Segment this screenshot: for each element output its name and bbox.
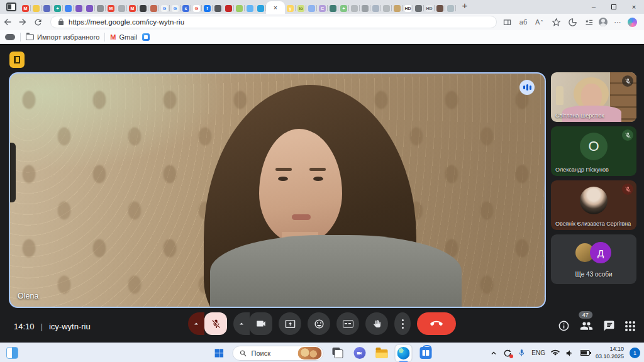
reactions-button[interactable] — [308, 312, 330, 335]
browser-tab[interactable] — [255, 3, 266, 14]
browser-tab[interactable]: M — [106, 3, 116, 14]
new-tab-button[interactable]: + — [458, 0, 471, 13]
camera-button[interactable] — [250, 312, 272, 335]
settings-menu-icon[interactable]: ⋯ — [611, 16, 624, 28]
tray-sync-icon[interactable] — [503, 349, 512, 358]
browser-tab[interactable] — [31, 3, 42, 14]
browser-tab[interactable]: HD — [424, 3, 435, 14]
tray-chevron-icon[interactable] — [490, 349, 497, 357]
browser-tab[interactable]: f — [202, 3, 213, 14]
battery-icon[interactable] — [580, 350, 590, 356]
tray-clock[interactable]: 14:10 03.10.2025 — [596, 346, 624, 360]
bookmark-import-favorites[interactable]: Импорт избранного — [26, 33, 99, 41]
profile-avatar[interactable] — [599, 18, 608, 26]
translate-icon[interactable]: аб — [517, 16, 530, 28]
volume-icon[interactable] — [565, 349, 574, 358]
read-aloud-icon[interactable]: A⌃ — [533, 16, 546, 28]
present-button[interactable] — [279, 312, 301, 335]
language-indicator[interactable]: ENG — [531, 349, 545, 356]
mic-mute-button[interactable] — [204, 312, 227, 335]
browser-tab[interactable] — [435, 3, 445, 14]
sidebar-toggle-icon[interactable] — [5, 34, 15, 40]
browser-tab[interactable] — [116, 3, 127, 14]
browser-tab[interactable]: G — [170, 3, 180, 14]
browser-tab[interactable]: + — [52, 3, 63, 14]
browser-tab[interactable] — [138, 3, 148, 14]
browser-tab[interactable] — [445, 3, 456, 14]
file-explorer-button[interactable] — [374, 345, 390, 361]
participant-tile[interactable]: Світлана Шерстюк — [551, 72, 636, 122]
browser-tab[interactable] — [360, 3, 370, 14]
browser-tab[interactable] — [74, 3, 84, 14]
browser-tab[interactable] — [392, 3, 402, 14]
browser-tab[interactable]: M — [20, 3, 31, 14]
browser-tab[interactable]: y — [285, 3, 296, 14]
browser-tab[interactable] — [370, 3, 381, 14]
active-browser-tab[interactable]: × — [266, 1, 285, 14]
raise-hand-button[interactable] — [365, 312, 388, 335]
app-shortcut-icon[interactable] — [9, 52, 25, 68]
activities-button[interactable] — [625, 321, 635, 331]
store-button[interactable] — [418, 345, 434, 361]
browser-tab[interactable]: G — [159, 3, 170, 14]
participant-tile[interactable]: O Олександр Піскунов — [551, 126, 636, 176]
browser-tab[interactable] — [63, 3, 74, 14]
tab-actions-button[interactable] — [6, 3, 16, 11]
favorites-list-icon[interactable] — [582, 16, 595, 28]
chat-button[interactable] — [603, 320, 615, 332]
browser-tab[interactable] — [84, 3, 95, 14]
browser-tab[interactable]: s — [180, 3, 191, 14]
browser-tab[interactable] — [306, 3, 317, 14]
widgets-button[interactable] — [6, 347, 18, 359]
back-button[interactable] — [0, 15, 15, 29]
main-video-tile[interactable]: Olena — [9, 72, 546, 308]
participants-button[interactable]: 47 — [580, 319, 593, 332]
forward-button[interactable] — [15, 15, 30, 29]
camera-options-button[interactable] — [233, 312, 250, 335]
task-view-button[interactable] — [330, 345, 346, 361]
teams-chat-button[interactable] — [352, 345, 368, 361]
address-bar[interactable]: https://meet.google.com/icy-wytn-riu — [50, 16, 497, 28]
extensions-icon[interactable] — [566, 16, 579, 28]
browser-tab[interactable]: G — [191, 3, 202, 14]
browser-tab[interactable] — [223, 3, 234, 14]
browser-tab[interactable] — [213, 3, 223, 14]
browser-tab[interactable]: HD — [402, 3, 413, 14]
minimize-button[interactable]: – — [584, 0, 604, 14]
split-screen-icon[interactable] — [501, 16, 513, 28]
browser-tab[interactable] — [42, 3, 52, 14]
browser-tab[interactable] — [245, 3, 255, 14]
captions-button[interactable] — [336, 312, 359, 335]
participant-tile[interactable]: Овсянік Єлизавета Сергіївна — [551, 180, 636, 230]
browser-tab[interactable] — [349, 3, 360, 14]
maximize-button[interactable] — [604, 0, 624, 14]
end-call-button[interactable] — [417, 312, 456, 335]
start-button[interactable] — [211, 345, 227, 361]
browser-tab[interactable] — [148, 3, 159, 14]
browser-tab[interactable] — [328, 3, 338, 14]
close-button[interactable]: × — [624, 0, 644, 14]
bookmark-gmail[interactable]: M Gmail — [110, 33, 137, 41]
browser-tab[interactable] — [95, 3, 106, 14]
edge-button[interactable] — [396, 345, 412, 361]
info-button[interactable] — [558, 320, 570, 332]
browser-tab[interactable] — [234, 3, 245, 14]
taskbar-search[interactable]: Поиск — [233, 346, 324, 361]
browser-tab[interactable] — [381, 3, 392, 14]
tray-mic-icon[interactable] — [518, 349, 526, 357]
browser-tab[interactable] — [413, 3, 424, 14]
more-participants-tile[interactable]: Д Ще 43 особи — [551, 234, 636, 284]
mic-options-button[interactable] — [188, 312, 204, 335]
blue-app-icon[interactable] — [142, 33, 150, 41]
favorite-star-icon[interactable] — [550, 16, 562, 28]
browser-tab[interactable]: + — [338, 3, 349, 14]
close-tab-icon[interactable]: × — [274, 4, 277, 11]
browser-tab[interactable]: C — [317, 3, 328, 14]
more-options-button[interactable] — [394, 312, 411, 335]
browser-tab[interactable]: io — [296, 3, 306, 14]
notification-badge[interactable]: 1 — [630, 348, 640, 358]
browser-tab[interactable]: M — [127, 3, 138, 14]
copilot-icon[interactable] — [628, 18, 637, 27]
wifi-icon[interactable] — [551, 349, 560, 358]
refresh-button[interactable] — [30, 15, 45, 29]
